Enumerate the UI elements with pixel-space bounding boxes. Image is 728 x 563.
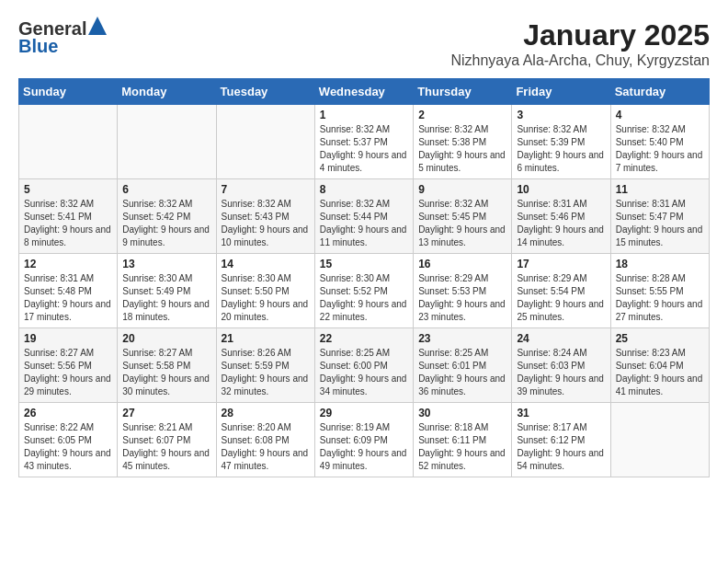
calendar-cell: 27Sunrise: 8:21 AM Sunset: 6:07 PM Dayli… (118, 403, 216, 477)
logo-blue: Blue (18, 36, 58, 57)
page-header: General Blue January 2025 Nizhnyaya Ala-… (18, 18, 710, 69)
calendar-cell: 16Sunrise: 8:29 AM Sunset: 5:53 PM Dayli… (414, 254, 512, 328)
day-info: Sunrise: 8:20 AM Sunset: 6:08 PM Dayligh… (222, 421, 310, 473)
day-number: 15 (320, 258, 408, 270)
calendar-cell: 22Sunrise: 8:25 AM Sunset: 6:00 PM Dayli… (314, 328, 413, 403)
calendar-cell: 2Sunrise: 8:32 AM Sunset: 5:38 PM Daylig… (414, 105, 512, 179)
day-info: Sunrise: 8:32 AM Sunset: 5:44 PM Dayligh… (320, 198, 408, 249)
week-row-1: 1Sunrise: 8:32 AM Sunset: 5:37 PM Daylig… (19, 105, 710, 179)
day-info: Sunrise: 8:19 AM Sunset: 6:09 PM Dayligh… (320, 421, 408, 473)
day-number: 23 (418, 332, 506, 345)
header-tuesday: Tuesday (216, 79, 314, 105)
calendar-cell: 4Sunrise: 8:32 AM Sunset: 5:40 PM Daylig… (610, 105, 709, 179)
day-info: Sunrise: 8:21 AM Sunset: 6:07 PM Dayligh… (122, 421, 210, 473)
day-number: 19 (24, 332, 112, 345)
day-number: 16 (418, 258, 506, 270)
day-number: 31 (517, 407, 605, 419)
day-info: Sunrise: 8:30 AM Sunset: 5:52 PM Dayligh… (320, 272, 408, 324)
calendar-cell: 15Sunrise: 8:30 AM Sunset: 5:52 PM Dayli… (314, 254, 413, 328)
header-thursday: Thursday (414, 79, 512, 105)
day-info: Sunrise: 8:31 AM Sunset: 5:46 PM Dayligh… (517, 198, 605, 249)
week-row-3: 12Sunrise: 8:31 AM Sunset: 5:48 PM Dayli… (19, 254, 710, 328)
header-monday: Monday (118, 79, 216, 105)
day-info: Sunrise: 8:17 AM Sunset: 6:12 PM Dayligh… (517, 421, 605, 473)
calendar-cell: 30Sunrise: 8:18 AM Sunset: 6:11 PM Dayli… (414, 403, 512, 477)
day-number: 25 (616, 332, 704, 345)
calendar-cell: 21Sunrise: 8:26 AM Sunset: 5:59 PM Dayli… (216, 328, 314, 403)
title-section: January 2025 Nizhnyaya Ala-Archa, Chuy, … (450, 18, 710, 69)
day-number: 3 (517, 109, 605, 121)
day-number: 26 (24, 407, 112, 419)
calendar-cell (118, 105, 216, 179)
calendar-cell: 24Sunrise: 8:24 AM Sunset: 6:03 PM Dayli… (512, 328, 610, 403)
day-number: 6 (122, 183, 210, 196)
day-info: Sunrise: 8:32 AM Sunset: 5:43 PM Dayligh… (222, 198, 310, 249)
day-info: Sunrise: 8:25 AM Sunset: 6:01 PM Dayligh… (418, 347, 506, 398)
day-number: 8 (320, 183, 408, 196)
day-info: Sunrise: 8:26 AM Sunset: 5:59 PM Dayligh… (222, 347, 310, 398)
header-row: Sunday Monday Tuesday Wednesday Thursday… (19, 79, 710, 105)
logo-icon (88, 17, 107, 35)
calendar-cell: 20Sunrise: 8:27 AM Sunset: 5:58 PM Dayli… (118, 328, 216, 403)
day-info: Sunrise: 8:31 AM Sunset: 5:48 PM Dayligh… (24, 272, 112, 324)
day-info: Sunrise: 8:18 AM Sunset: 6:11 PM Dayligh… (418, 421, 506, 473)
day-number: 18 (616, 258, 704, 270)
calendar-title: January 2025 (450, 18, 710, 52)
day-number: 14 (222, 258, 310, 270)
day-number: 10 (517, 183, 605, 196)
calendar-cell: 25Sunrise: 8:23 AM Sunset: 6:04 PM Dayli… (610, 328, 709, 403)
day-info: Sunrise: 8:30 AM Sunset: 5:50 PM Dayligh… (222, 272, 310, 324)
day-number: 13 (122, 258, 210, 270)
calendar-cell: 18Sunrise: 8:28 AM Sunset: 5:55 PM Dayli… (610, 254, 709, 328)
calendar-cell: 12Sunrise: 8:31 AM Sunset: 5:48 PM Dayli… (19, 254, 118, 328)
day-info: Sunrise: 8:32 AM Sunset: 5:40 PM Dayligh… (616, 123, 704, 175)
calendar-cell: 19Sunrise: 8:27 AM Sunset: 5:56 PM Dayli… (19, 328, 118, 403)
calendar-cell (216, 105, 314, 179)
header-friday: Friday (512, 79, 610, 105)
day-info: Sunrise: 8:29 AM Sunset: 5:54 PM Dayligh… (517, 272, 605, 324)
week-row-5: 26Sunrise: 8:22 AM Sunset: 6:05 PM Dayli… (19, 403, 710, 477)
day-info: Sunrise: 8:24 AM Sunset: 6:03 PM Dayligh… (517, 347, 605, 398)
calendar-header: Sunday Monday Tuesday Wednesday Thursday… (19, 79, 710, 105)
calendar-cell: 3Sunrise: 8:32 AM Sunset: 5:39 PM Daylig… (512, 105, 610, 179)
day-number: 17 (517, 258, 605, 270)
day-number: 9 (418, 183, 506, 196)
calendar-cell: 17Sunrise: 8:29 AM Sunset: 5:54 PM Dayli… (512, 254, 610, 328)
calendar-cell: 23Sunrise: 8:25 AM Sunset: 6:01 PM Dayli… (414, 328, 512, 403)
calendar-cell: 6Sunrise: 8:32 AM Sunset: 5:42 PM Daylig… (118, 179, 216, 254)
day-number: 12 (24, 258, 112, 270)
day-number: 27 (122, 407, 210, 419)
calendar-cell (610, 403, 709, 477)
calendar-cell: 8Sunrise: 8:32 AM Sunset: 5:44 PM Daylig… (314, 179, 413, 254)
day-number: 20 (122, 332, 210, 345)
calendar-cell: 26Sunrise: 8:22 AM Sunset: 6:05 PM Dayli… (19, 403, 118, 477)
day-number: 1 (320, 109, 408, 121)
day-info: Sunrise: 8:32 AM Sunset: 5:42 PM Dayligh… (122, 198, 210, 249)
day-number: 5 (24, 183, 112, 196)
day-info: Sunrise: 8:28 AM Sunset: 5:55 PM Dayligh… (616, 272, 704, 324)
calendar-cell: 7Sunrise: 8:32 AM Sunset: 5:43 PM Daylig… (216, 179, 314, 254)
day-number: 30 (418, 407, 506, 419)
day-number: 7 (222, 183, 310, 196)
calendar-cell: 1Sunrise: 8:32 AM Sunset: 5:37 PM Daylig… (314, 105, 413, 179)
day-number: 22 (320, 332, 408, 345)
day-info: Sunrise: 8:31 AM Sunset: 5:47 PM Dayligh… (616, 198, 704, 249)
week-row-4: 19Sunrise: 8:27 AM Sunset: 5:56 PM Dayli… (19, 328, 710, 403)
logo: General Blue (18, 18, 107, 57)
calendar-cell (19, 105, 118, 179)
calendar-cell: 29Sunrise: 8:19 AM Sunset: 6:09 PM Dayli… (314, 403, 413, 477)
day-info: Sunrise: 8:27 AM Sunset: 5:56 PM Dayligh… (24, 347, 112, 398)
calendar-cell: 13Sunrise: 8:30 AM Sunset: 5:49 PM Dayli… (118, 254, 216, 328)
day-info: Sunrise: 8:27 AM Sunset: 5:58 PM Dayligh… (122, 347, 210, 398)
day-info: Sunrise: 8:32 AM Sunset: 5:41 PM Dayligh… (24, 198, 112, 249)
day-number: 11 (616, 183, 704, 196)
day-info: Sunrise: 8:32 AM Sunset: 5:37 PM Dayligh… (320, 123, 408, 175)
calendar-cell: 10Sunrise: 8:31 AM Sunset: 5:46 PM Dayli… (512, 179, 610, 254)
day-info: Sunrise: 8:29 AM Sunset: 5:53 PM Dayligh… (418, 272, 506, 324)
day-info: Sunrise: 8:30 AM Sunset: 5:49 PM Dayligh… (122, 272, 210, 324)
day-number: 28 (222, 407, 310, 419)
header-sunday: Sunday (19, 79, 118, 105)
calendar-cell: 14Sunrise: 8:30 AM Sunset: 5:50 PM Dayli… (216, 254, 314, 328)
day-info: Sunrise: 8:25 AM Sunset: 6:00 PM Dayligh… (320, 347, 408, 398)
header-saturday: Saturday (610, 79, 709, 105)
